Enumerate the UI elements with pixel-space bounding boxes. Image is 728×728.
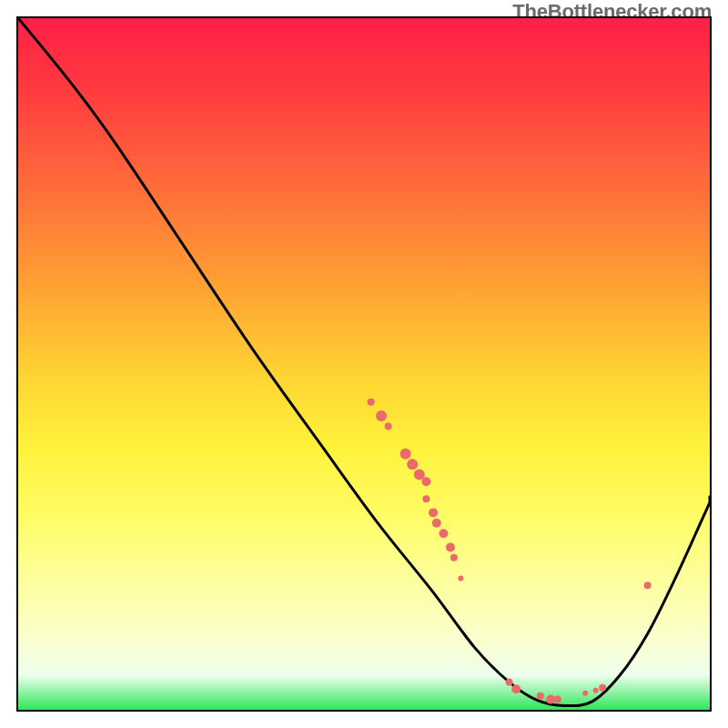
bottleneck-curve <box>18 18 710 706</box>
data-marker <box>407 459 418 470</box>
data-marker <box>506 679 513 686</box>
data-marker <box>400 449 411 460</box>
data-marker <box>446 542 455 551</box>
data-marker <box>546 695 555 704</box>
chart-svg-overlay <box>18 18 710 710</box>
data-marker <box>376 410 387 421</box>
data-marker <box>554 696 561 703</box>
data-marker <box>439 529 448 538</box>
chart-plot-area <box>16 16 712 712</box>
data-marker <box>385 422 392 430</box>
data-marker <box>599 684 606 692</box>
data-marker <box>429 508 438 517</box>
data-marker <box>458 576 463 581</box>
data-marker <box>421 477 430 486</box>
data-marker <box>644 581 652 589</box>
data-marker <box>432 519 441 528</box>
data-marker <box>422 495 430 502</box>
data-marker <box>593 688 599 693</box>
data-marker <box>450 554 458 561</box>
data-marker <box>537 693 544 700</box>
data-marker <box>511 684 521 693</box>
data-marker <box>368 399 375 406</box>
data-marker <box>582 691 588 696</box>
data-markers <box>368 399 652 704</box>
stage: TheBottlenecker.com <box>0 0 728 728</box>
